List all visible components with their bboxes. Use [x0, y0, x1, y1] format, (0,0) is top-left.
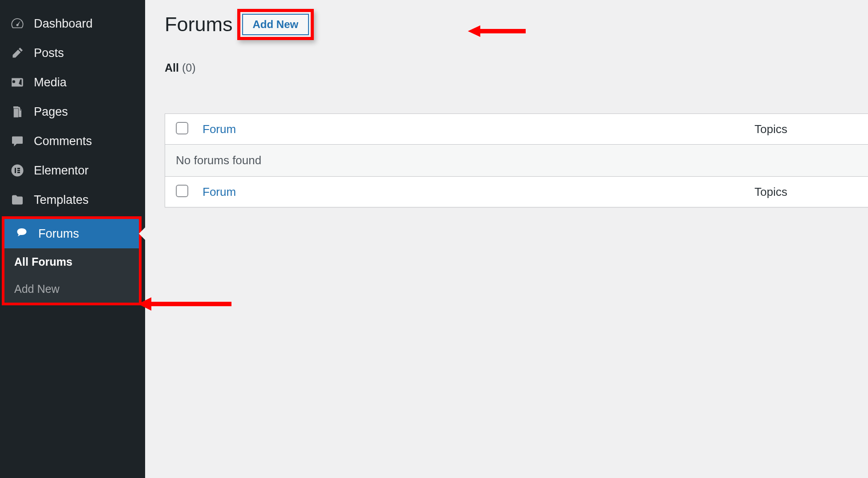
sidebar-item-forums[interactable]: Forums [4, 219, 139, 248]
sidebar-item-label: Comments [34, 134, 92, 148]
highlight-box-add-new: Add New [237, 9, 314, 40]
sidebar-item-label: Dashboard [34, 17, 93, 31]
svg-marker-11 [138, 297, 231, 311]
no-forums-text: No forums found [176, 153, 261, 168]
svg-rect-4 [15, 168, 16, 173]
sidebar-item-label: Media [34, 76, 67, 89]
comments-icon [10, 134, 25, 149]
svg-rect-8 [20, 231, 24, 231]
select-all-checkbox-foot[interactable] [176, 185, 188, 197]
sidebar-item-label: Pages [34, 105, 68, 119]
filter-count: (0) [182, 61, 196, 74]
forums-table: Forum Topics R No forums found Forum Top… [165, 113, 868, 207]
svg-rect-2 [14, 109, 19, 117]
select-all-checkbox[interactable] [176, 122, 188, 134]
dashboard-icon [10, 16, 25, 31]
filter-links: All (0) [165, 61, 868, 74]
submenu-add-new[interactable]: Add New [4, 275, 139, 303]
table-footer-row: Forum Topics R [165, 177, 868, 207]
sidebar-item-label: Forums [38, 227, 79, 241]
table-empty-row: No forums found [165, 145, 868, 177]
sidebar-item-pages[interactable]: Pages [0, 97, 145, 126]
sidebar-item-templates[interactable]: Templates [0, 185, 145, 215]
sidebar-item-comments[interactable]: Comments [0, 126, 145, 156]
sidebar-item-label: Elementor [34, 164, 89, 178]
submenu-all-forums[interactable]: All Forums [4, 248, 139, 275]
forums-icon [14, 226, 29, 241]
table-header-row: Forum Topics R [165, 114, 868, 145]
media-icon [10, 75, 25, 90]
svg-rect-5 [17, 168, 20, 169]
sidebar-item-elementor[interactable]: Elementor [0, 156, 145, 185]
column-forum[interactable]: Forum [203, 122, 236, 136]
column-topics-foot[interactable]: Topics [754, 185, 787, 198]
elementor-icon [10, 163, 25, 178]
admin-sidebar: Dashboard Posts Media Pages Comments Ele… [0, 0, 145, 478]
sidebar-item-label: Posts [34, 46, 64, 60]
sidebar-item-dashboard[interactable]: Dashboard [0, 9, 145, 38]
annotation-arrow-top [468, 24, 526, 38]
pages-icon [10, 104, 25, 119]
svg-rect-9 [20, 232, 24, 233]
templates-icon [10, 192, 25, 207]
page-title: Forums [165, 13, 233, 36]
add-new-button[interactable]: Add New [242, 14, 309, 35]
forums-submenu: All Forums Add New [4, 248, 139, 303]
column-forum-foot[interactable]: Forum [203, 185, 236, 198]
main-content: Forums Add New All (0) Forum Topics R [145, 0, 868, 478]
select-all-cell-foot [176, 185, 203, 199]
svg-rect-6 [17, 170, 20, 171]
posts-icon [10, 45, 25, 61]
annotation-arrow-side [138, 297, 231, 311]
select-all-cell [176, 122, 203, 136]
svg-rect-7 [17, 172, 20, 173]
filter-all[interactable]: All [165, 61, 179, 74]
sidebar-item-label: Templates [34, 193, 89, 207]
column-topics[interactable]: Topics [754, 122, 787, 136]
sidebar-item-posts[interactable]: Posts [0, 38, 145, 68]
sidebar-item-media[interactable]: Media [0, 68, 145, 97]
svg-marker-10 [468, 25, 526, 37]
highlight-box-sidebar: Forums All Forums Add New [2, 216, 142, 305]
